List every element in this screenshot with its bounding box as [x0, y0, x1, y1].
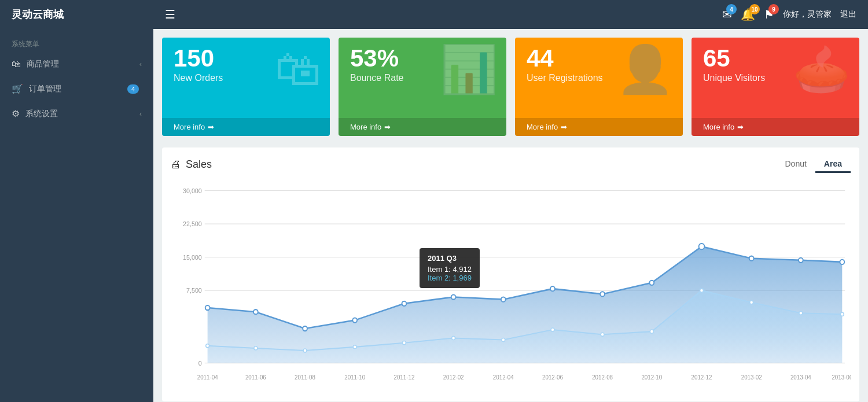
flag-icon-wrap[interactable]: ⚑ 9: [764, 8, 774, 21]
svg-point-11: [205, 305, 210, 310]
top-nav: 灵动云商城 ☰ ✉ 4 🔔 10 ⚑ 9 你好，灵管家 退出: [0, 0, 868, 29]
chart-section: 🖨 Sales Donut Area 30,000: [162, 147, 859, 401]
chart-title-text: Sales: [186, 158, 212, 171]
app-brand: 灵动云商城: [12, 8, 165, 21]
svg-point-39: [840, 312, 844, 316]
svg-text:2013-02: 2013-02: [741, 374, 762, 381]
visitors-bg-icon: 🥧: [793, 46, 851, 93]
svg-point-22: [749, 256, 754, 261]
svg-point-15: [402, 301, 407, 306]
svg-text:2011-08: 2011-08: [295, 374, 315, 381]
svg-point-38: [799, 311, 803, 315]
bounce-bg-icon: 📊: [440, 46, 498, 93]
svg-point-23: [799, 258, 803, 263]
area-chart-svg: 30,000 22,500 15,000 7,500 0: [171, 179, 851, 393]
svg-text:2012-12: 2012-12: [692, 374, 712, 381]
svg-text:2012-02: 2012-02: [443, 374, 464, 381]
svg-text:2013-06: 2013-06: [832, 374, 851, 381]
svg-point-16: [451, 294, 456, 299]
orders-icon: 🛒: [12, 83, 23, 94]
svg-text:2011-06: 2011-06: [245, 374, 266, 381]
svg-text:0: 0: [198, 359, 202, 366]
svg-point-31: [452, 336, 455, 340]
svg-text:2012-10: 2012-10: [641, 374, 662, 381]
products-icon: 🛍: [12, 59, 21, 69]
svg-point-30: [402, 341, 406, 345]
stat-card-bounce: 53% Bounce Rate 📊 More info ➡: [339, 38, 506, 136]
svg-point-21: [699, 244, 705, 249]
settings-arrow: ‹: [139, 110, 142, 118]
svg-point-13: [303, 326, 307, 331]
svg-point-18: [550, 286, 555, 291]
nav-greeting: 你好，灵管家: [783, 9, 832, 20]
svg-point-28: [303, 349, 307, 352]
svg-text:2012-08: 2012-08: [592, 374, 613, 381]
svg-point-26: [206, 344, 209, 348]
svg-point-17: [501, 297, 506, 302]
svg-point-27: [254, 346, 258, 350]
registrations-bg-icon: 👤: [616, 46, 674, 93]
svg-text:2011-12: 2011-12: [393, 374, 414, 381]
svg-text:22,500: 22,500: [183, 220, 202, 227]
svg-text:15,000: 15,000: [183, 254, 202, 261]
svg-point-34: [601, 333, 604, 336]
svg-text:2012-04: 2012-04: [493, 374, 514, 381]
email-icon-wrap[interactable]: ✉ 4: [722, 8, 732, 21]
svg-point-24: [840, 260, 844, 264]
stat-cards: 150 New Orders 🛍 More info ➡ 53% Bounce …: [162, 38, 859, 136]
tab-area[interactable]: Area: [815, 156, 851, 173]
sidebar: 系统菜单 🛍 商品管理 ‹ 🛒 订单管理 4 ⚙ 系统设置 ‹: [0, 29, 153, 402]
chart-container: 30,000 22,500 15,000 7,500 0: [171, 179, 851, 393]
svg-text:2013-04: 2013-04: [790, 374, 811, 381]
svg-point-32: [502, 338, 505, 341]
bell-icon-wrap[interactable]: 🔔 10: [741, 8, 755, 21]
sidebar-label-orders: 订单管理: [29, 84, 127, 94]
visitors-more-info[interactable]: More info ➡: [692, 118, 859, 136]
bounce-more-info[interactable]: More info ➡: [339, 118, 506, 136]
main-layout: 系统菜单 🛍 商品管理 ‹ 🛒 订单管理 4 ⚙ 系统设置 ‹ 150 New …: [0, 29, 868, 402]
chart-icon: 🖨: [171, 158, 181, 171]
svg-point-29: [353, 345, 356, 349]
bell-badge: 10: [749, 4, 760, 14]
chart-tabs: Donut Area: [777, 156, 851, 173]
flag-badge: 9: [768, 4, 779, 14]
sidebar-item-settings[interactable]: ⚙ 系统设置 ‹: [0, 101, 153, 126]
svg-text:2011-10: 2011-10: [344, 374, 365, 381]
chart-title-area: 🖨 Sales: [171, 158, 212, 171]
stat-card-registrations: 44 User Registrations 👤 More info ➡: [515, 38, 683, 136]
registrations-more-info[interactable]: More info ➡: [515, 118, 683, 136]
sidebar-item-products[interactable]: 🛍 商品管理 ‹: [0, 52, 153, 76]
stat-card-orders: 150 New Orders 🛍 More info ➡: [162, 38, 330, 136]
svg-point-19: [600, 292, 605, 296]
settings-icon: ⚙: [12, 108, 20, 119]
svg-text:7,500: 7,500: [186, 287, 202, 294]
chart-header: 🖨 Sales Donut Area: [171, 156, 851, 173]
sidebar-section-label: 系统菜单: [0, 35, 153, 52]
svg-text:30,000: 30,000: [183, 187, 202, 194]
svg-text:2012-06: 2012-06: [542, 374, 563, 381]
svg-point-33: [551, 328, 554, 331]
svg-point-37: [750, 301, 753, 304]
logout-button[interactable]: 退出: [840, 9, 856, 20]
products-arrow: ‹: [139, 60, 142, 68]
tab-donut[interactable]: Donut: [777, 156, 815, 173]
stat-card-visitors: 65 Unique Visitors 🥧 More info ➡: [692, 38, 859, 136]
email-badge: 4: [726, 4, 737, 14]
svg-point-14: [352, 318, 357, 323]
hamburger-button[interactable]: ☰: [165, 8, 722, 21]
orders-badge: 4: [127, 84, 139, 94]
svg-point-12: [253, 309, 258, 314]
svg-point-36: [700, 289, 704, 292]
svg-point-20: [649, 281, 654, 285]
orders-more-info[interactable]: More info ➡: [162, 118, 330, 136]
content-area: 150 New Orders 🛍 More info ➡ 53% Bounce …: [153, 29, 868, 402]
sidebar-item-orders[interactable]: 🛒 订单管理 4: [0, 76, 153, 101]
svg-text:2011-04: 2011-04: [197, 374, 218, 381]
svg-point-35: [650, 330, 653, 333]
sidebar-label-products: 商品管理: [27, 59, 139, 69]
sidebar-label-settings: 系统设置: [25, 109, 139, 119]
orders-bg-icon: 🛍: [275, 46, 321, 93]
nav-icons: ✉ 4 🔔 10 ⚑ 9 你好，灵管家 退出: [722, 8, 856, 21]
